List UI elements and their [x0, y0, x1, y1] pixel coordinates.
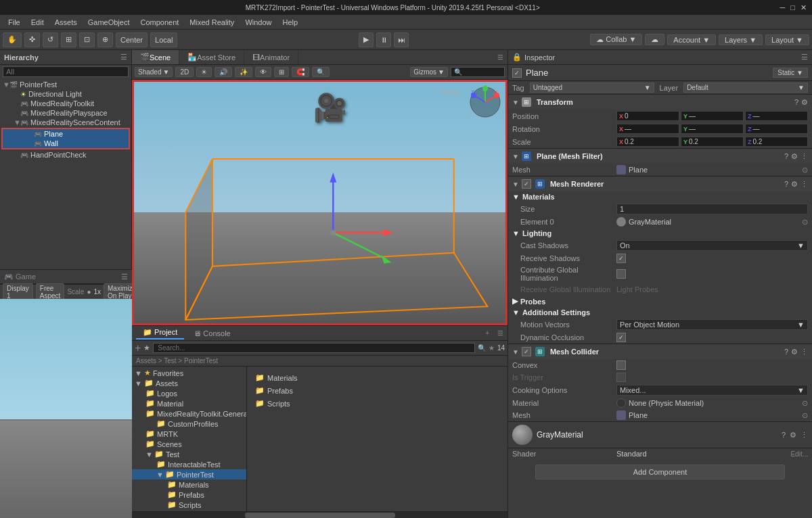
transform-tool-btn[interactable]: ⊕	[97, 32, 113, 47]
lights-btn[interactable]: ☀	[196, 67, 212, 77]
tree-pt-materials[interactable]: 📁 Materials	[132, 479, 246, 490]
fx-btn[interactable]: ✨	[235, 67, 252, 77]
mc-more-btn[interactable]: ⋮	[800, 348, 808, 356]
layers-btn[interactable]: Layers ▼	[719, 34, 763, 45]
scale-x-field[interactable]: X 0.2	[616, 137, 679, 147]
minimize-btn[interactable]: ─	[780, 3, 786, 12]
gray-mat-settings-btn[interactable]: ⚙	[790, 431, 796, 440]
pos-x-field[interactable]: X 0	[616, 111, 679, 121]
layout-btn[interactable]: Layout ▼	[765, 34, 809, 45]
cloud-btn[interactable]: ☁	[645, 34, 664, 45]
move-tool-btn[interactable]: ✜	[24, 32, 40, 47]
menu-help[interactable]: Help	[277, 17, 304, 28]
filter-btn[interactable]: ★	[489, 344, 495, 352]
project-add-btn[interactable]: +	[135, 342, 141, 354]
play-btn[interactable]: ▶	[359, 32, 374, 47]
mesh-filter-header[interactable]: ▼ ⊞ Plane (Mesh Filter) ? ⚙ ⋮	[508, 149, 812, 164]
mf-more-btn[interactable]: ⋮	[800, 152, 808, 161]
inspector-menu-btn[interactable]: ☰	[801, 53, 808, 62]
menu-assets[interactable]: Assets	[49, 17, 83, 28]
menu-edit[interactable]: Edit	[26, 17, 49, 28]
grid-btn[interactable]: ⊞	[274, 67, 289, 77]
contribute-gi-checkbox[interactable]	[616, 269, 626, 279]
tree-favorites[interactable]: ▼ ★ Favorites	[132, 368, 246, 378]
center-btn[interactable]: Center	[116, 32, 148, 47]
mc-settings-btn[interactable]: ⚙	[791, 348, 798, 356]
gray-mat-help-btn[interactable]: ?	[782, 431, 786, 439]
tab-animator[interactable]: 🎞 Animator	[244, 50, 298, 64]
account-btn[interactable]: Account ▼	[667, 34, 716, 45]
transform-help-btn[interactable]: ?	[794, 98, 798, 106]
menu-file[interactable]: File	[3, 17, 26, 28]
tab-asset-store[interactable]: 🏪 Asset Store	[179, 50, 244, 64]
asset-scripts[interactable]: 📁 Scripts	[252, 398, 502, 409]
menu-component[interactable]: Component	[135, 17, 184, 28]
mf-select-btn[interactable]: ⊙	[802, 166, 808, 174]
scene-menu-btn[interactable]: ☰	[497, 53, 508, 61]
collider-mat-select-btn[interactable]: ⊙	[802, 399, 808, 408]
hier-item-handpointcheck[interactable]: 🎮 HandPointCheck	[0, 150, 131, 160]
mc-help-btn[interactable]: ?	[784, 348, 788, 356]
probes-section[interactable]: ▶ Probes	[508, 296, 812, 307]
shaded-dropdown[interactable]: Shaded ▼	[135, 67, 173, 77]
hier-item-mrtoolkit[interactable]: 🎮 MixedRealityToolkit	[0, 99, 131, 108]
layer-dropdown[interactable]: Default ▼	[683, 83, 808, 93]
mr-settings-btn[interactable]: ⚙	[791, 180, 798, 189]
object-active-checkbox[interactable]	[512, 68, 522, 78]
pause-btn[interactable]: ⏸	[376, 32, 391, 47]
add-component-btn[interactable]: Add Component	[535, 465, 785, 479]
search-options-btn[interactable]: 🔍	[478, 344, 486, 352]
pos-y-field[interactable]: Y —	[681, 111, 744, 121]
project-tab[interactable]: 📁 Project	[136, 327, 184, 339]
tree-assets[interactable]: ▼ 📁 Assets	[132, 378, 246, 388]
hierarchy-menu-btn[interactable]: ☰	[120, 53, 127, 62]
hierarchy-search-input[interactable]	[3, 66, 129, 77]
hand-tool-btn[interactable]: ✋	[3, 32, 22, 47]
hier-item-pointertest[interactable]: ▼ 🎬 PointerTest	[0, 80, 131, 89]
collider-mesh-select-btn[interactable]: ⊙	[802, 411, 808, 420]
pos-z-field[interactable]: Z —	[745, 111, 808, 121]
tree-customprofiles[interactable]: 📁 CustomProfiles	[132, 419, 246, 429]
rot-x-field[interactable]: X —	[616, 124, 679, 134]
receive-shadows-checkbox[interactable]	[616, 254, 626, 263]
scale-tool-btn[interactable]: ⊞	[61, 32, 76, 47]
tree-interactable-test[interactable]: 📁 InteractableTest	[132, 459, 246, 469]
mf-settings-btn[interactable]: ⚙	[791, 152, 798, 161]
scale-z-field[interactable]: Z 0.2	[745, 137, 808, 147]
scrollbar-thumb[interactable]	[245, 513, 395, 518]
mr-header[interactable]: ▼ ⊞ Mesh Renderer ? ⚙ ⋮	[508, 176, 812, 191]
menu-gameobject[interactable]: GameObject	[83, 17, 135, 28]
cooking-dropdown[interactable]: Mixed... ▼	[616, 385, 808, 396]
scene-vis-btn[interactable]: 👁	[255, 67, 271, 77]
tree-pt-prefabs[interactable]: 📁 Prefabs	[132, 490, 246, 500]
tree-test[interactable]: ▼ 📁 Test	[132, 449, 246, 459]
rect-tool-btn[interactable]: ⊡	[79, 32, 95, 47]
static-btn[interactable]: Static ▼	[773, 68, 808, 78]
motion-vectors-dropdown[interactable]: Per Object Motion ▼	[616, 319, 808, 330]
project-scrollbar[interactable]	[132, 511, 508, 518]
mc-header[interactable]: ▼ ⊞ Mesh Collider ? ⚙ ⋮	[508, 344, 812, 359]
tag-dropdown[interactable]: Untagged ▼	[530, 83, 654, 93]
dynamic-occlusion-checkbox[interactable]	[616, 333, 626, 342]
2d-btn[interactable]: 2D	[175, 67, 194, 77]
tree-scenes[interactable]: 📁 Scenes	[132, 439, 246, 449]
convex-checkbox[interactable]	[616, 360, 626, 370]
shader-edit-btn[interactable]: Edit...	[790, 450, 808, 458]
scene-search-input[interactable]	[451, 67, 505, 77]
gizmos-dropdown[interactable]: Gizmos ▼	[410, 67, 448, 77]
tree-pt-scripts[interactable]: 📁 Scripts	[132, 500, 246, 510]
step-btn[interactable]: ⏭	[394, 32, 409, 47]
transform-header[interactable]: ▼ ⊞ Transform ? ⚙	[508, 95, 812, 110]
hidden-objs-btn[interactable]: 🔍	[312, 67, 330, 77]
gray-mat-more-btn[interactable]: ⋮	[800, 431, 808, 440]
menu-mixed-reality[interactable]: Mixed Reality	[184, 17, 240, 28]
is-trigger-checkbox[interactable]	[616, 373, 626, 382]
aspect-dropdown[interactable]: Free Aspect	[36, 283, 65, 301]
transform-settings-btn[interactable]: ⚙	[801, 98, 808, 107]
hier-item-mrscenecontent[interactable]: ▼ 🎮 MixedRealitySceneContent	[0, 118, 131, 127]
console-tab[interactable]: 🖥 Console	[187, 328, 237, 339]
element0-select-btn[interactable]: ⊙	[802, 218, 808, 227]
rotate-tool-btn[interactable]: ↺	[43, 32, 58, 47]
orientation-gizmo[interactable]: X Y Z	[468, 85, 502, 119]
audio-btn[interactable]: 🔊	[215, 67, 232, 77]
